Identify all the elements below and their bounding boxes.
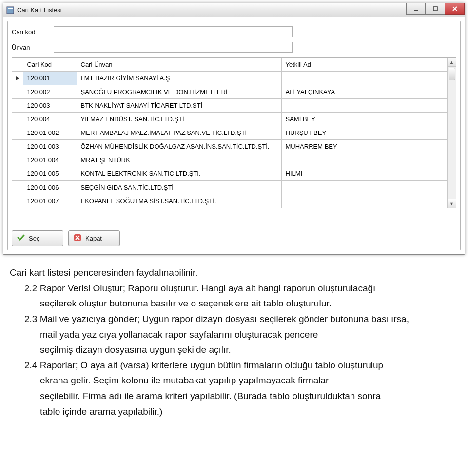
row-indicator <box>12 72 23 85</box>
doc-p4-body3: tablo içinde arama yapılabilir.) <box>10 405 458 418</box>
row-indicator <box>12 113 23 126</box>
vertical-scrollbar[interactable]: ▲ ▼ <box>447 58 456 208</box>
table-row[interactable]: 120 003BTK NAKLİYAT SANAYİ TİCARET LTD.Ş… <box>12 99 447 113</box>
filter-kod-label: Cari kod <box>12 28 54 36</box>
cell-yetkili[interactable]: SAMİ BEY <box>281 113 447 126</box>
grid-container: Cari Kod Cari Ünvan Yetkili Adı 120 001L… <box>12 57 456 208</box>
cell-yetkili[interactable] <box>281 181 447 194</box>
cell-yetkili[interactable] <box>281 72 447 85</box>
cell-unvan[interactable]: ŞANOĞLU PROGRAMCILIK VE DON.HİZMETLERİ <box>77 85 281 99</box>
cell-yetkili[interactable] <box>281 99 447 113</box>
table-row[interactable]: 120 002ŞANOĞLU PROGRAMCILIK VE DON.HİZME… <box>12 85 447 99</box>
cell-unvan[interactable]: MERT AMBALAJ MALZ.İMALAT PAZ.SAN.VE TİC.… <box>77 126 281 140</box>
maximize-button[interactable] <box>426 3 445 15</box>
doc-p2-num: 2.2 Rapor Verisi Oluştur; Raporu oluştur… <box>10 282 458 295</box>
unvan-input[interactable] <box>54 42 292 53</box>
row-indicator <box>12 99 23 113</box>
col-header-kod[interactable]: Cari Kod <box>23 58 77 72</box>
table-row[interactable]: 120 01 005KONTAL ELEKTRONİK SAN.TİC.LTD.… <box>12 167 447 181</box>
row-header-blank <box>12 58 23 72</box>
doc-p4-num: 2.4 Raporlar; O aya ait (varsa) kriterle… <box>10 359 458 372</box>
cell-kod[interactable]: 120 01 005 <box>23 167 77 181</box>
svg-rect-3 <box>433 7 437 11</box>
filter-unvan-row: Ünvan <box>12 42 456 53</box>
table-row[interactable]: 120 01 006SEÇGİN GIDA SAN.TİC.LTD.ŞTİ <box>12 181 447 194</box>
close-dialog-button[interactable]: Kapat <box>68 230 120 246</box>
cell-kod[interactable]: 120 003 <box>23 99 77 113</box>
cell-yetkili[interactable]: HİLMİ <box>281 167 447 181</box>
document-text: Cari kart listesi penceresinden faydalın… <box>0 258 468 425</box>
table-row[interactable]: 120 01 003ÖZHAN MÜHENDİSLİK DOĞALGAZ ASA… <box>12 140 447 153</box>
doc-p4-body2: seçilebilir. Firma adı ile arama kriteri… <box>10 390 458 402</box>
col-header-unvan[interactable]: Cari Ünvan <box>77 58 281 72</box>
cari-grid[interactable]: Cari Kod Cari Ünvan Yetkili Adı 120 001L… <box>12 58 447 208</box>
cell-unvan[interactable]: SEÇGİN GIDA SAN.TİC.LTD.ŞTİ <box>77 181 281 194</box>
doc-p3-body1: mail yada yazıcıya yollanacak rapor sayf… <box>10 328 458 341</box>
svg-rect-2 <box>414 10 418 11</box>
cell-yetkili[interactable]: ALİ YALÇINKAYA <box>281 85 447 99</box>
cell-unvan[interactable]: MRAT ŞENTÜRK <box>77 153 281 167</box>
app-window: Cari Kart Listesi Cari kod Ünvan <box>3 3 465 255</box>
cell-kod[interactable]: 120 01 006 <box>23 181 77 194</box>
close-button[interactable] <box>445 3 465 15</box>
doc-p3-body2: seçilmiş dizayn dosyasına uygun şekilde … <box>10 343 458 356</box>
grid-header-row: Cari Kod Cari Ünvan Yetkili Adı <box>12 58 447 72</box>
row-indicator <box>12 85 23 99</box>
col-header-yetkili[interactable]: Yetkili Adı <box>281 58 447 72</box>
cari-kod-input[interactable] <box>54 26 292 37</box>
cell-yetkili[interactable] <box>281 194 447 208</box>
cell-kod[interactable]: 120 01 004 <box>23 153 77 167</box>
app-icon <box>6 6 14 14</box>
row-indicator <box>12 194 23 208</box>
row-indicator <box>12 126 23 140</box>
cell-unvan[interactable]: ÖZHAN MÜHENDİSLİK DOĞALGAZ ASAN.İNŞ.SAN.… <box>77 140 281 153</box>
cell-unvan[interactable]: LMT HAZIR GİYİM SANAYİ A.Ş <box>77 72 281 85</box>
cell-unvan[interactable]: BTK NAKLİYAT SANAYİ TİCARET LTD.ŞTİ <box>77 99 281 113</box>
cell-yetkili[interactable]: HURŞUT BEY <box>281 126 447 140</box>
close-button-label: Kapat <box>85 235 102 242</box>
select-button[interactable]: Seç <box>12 230 63 246</box>
cell-unvan[interactable]: KONTAL ELEKTRONİK SAN.TİC.LTD.ŞTİ. <box>77 167 281 181</box>
cell-kod[interactable]: 120 01 007 <box>23 194 77 208</box>
doc-p1: Cari kart listesi penceresinden faydalın… <box>10 267 458 279</box>
client-area: Cari kod Ünvan Cari Kod Cari Ünvan Yetki… <box>3 17 465 254</box>
scroll-up-icon[interactable]: ▲ <box>448 58 456 67</box>
cell-yetkili[interactable] <box>281 153 447 167</box>
row-indicator <box>12 167 23 181</box>
cell-kod[interactable]: 120 004 <box>23 113 77 126</box>
doc-p4-body1: ekrana gelir. Seçim kolonu ile mutabakat… <box>10 374 458 387</box>
doc-p3-num: 2.3 Mail ve yazıcıya gönder; Uygun rapor… <box>10 313 458 325</box>
table-row[interactable]: 120 01 002MERT AMBALAJ MALZ.İMALAT PAZ.S… <box>12 126 447 140</box>
cell-kod[interactable]: 120 001 <box>23 72 77 85</box>
window-title: Cari Kart Listesi <box>17 6 62 14</box>
row-indicator <box>12 140 23 153</box>
button-row: Seç Kapat <box>12 230 456 246</box>
scroll-down-icon[interactable]: ▼ <box>448 199 456 208</box>
doc-p2-body: seçilerek oluştur butonuna basılır ve o … <box>10 297 458 310</box>
cell-yetkili[interactable]: MUHARREM BEY <box>281 140 447 153</box>
svg-rect-1 <box>8 8 13 9</box>
scroll-thumb[interactable] <box>448 68 455 80</box>
filter-kod-row: Cari kod <box>12 26 456 37</box>
table-row[interactable]: 120 001LMT HAZIR GİYİM SANAYİ A.Ş <box>12 72 447 85</box>
row-indicator <box>12 181 23 194</box>
filter-unvan-label: Ünvan <box>12 44 54 51</box>
row-indicator <box>12 153 23 167</box>
close-icon <box>74 234 81 243</box>
scroll-track[interactable] <box>448 67 456 199</box>
cell-kod[interactable]: 120 01 003 <box>23 140 77 153</box>
cell-kod[interactable]: 120 002 <box>23 85 77 99</box>
table-row[interactable]: 120 004YILMAZ ENDÜST. SAN.TİC.LTD.ŞTİSAM… <box>12 113 447 126</box>
cell-unvan[interactable]: YILMAZ ENDÜST. SAN.TİC.LTD.ŞTİ <box>77 113 281 126</box>
select-button-label: Seç <box>29 235 39 242</box>
cell-unvan[interactable]: EKOPANEL SOĞUTMA SİST.SAN.TİC.LTD.ŞTİ. <box>77 194 281 208</box>
titlebar: Cari Kart Listesi <box>3 3 465 17</box>
cell-kod[interactable]: 120 01 002 <box>23 126 77 140</box>
window-controls <box>406 3 465 15</box>
content-frame: Cari kod Ünvan Cari Kod Cari Ünvan Yetki… <box>7 21 461 250</box>
minimize-button[interactable] <box>406 3 426 15</box>
check-icon <box>17 234 25 243</box>
table-row[interactable]: 120 01 004MRAT ŞENTÜRK <box>12 153 447 167</box>
table-row[interactable]: 120 01 007EKOPANEL SOĞUTMA SİST.SAN.TİC.… <box>12 194 447 208</box>
